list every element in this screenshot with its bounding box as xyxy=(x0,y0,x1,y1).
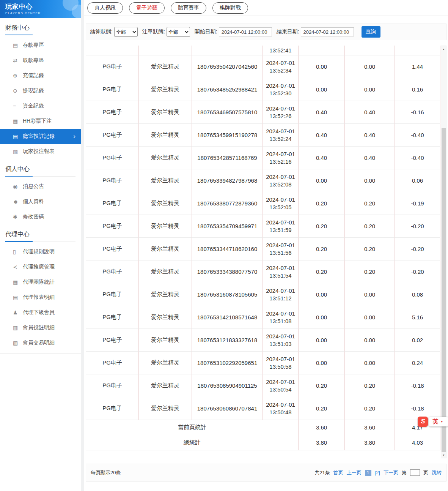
jump-button[interactable]: 跳转 xyxy=(432,469,442,476)
cell-order-number: 1807653334388077570 xyxy=(192,260,263,283)
sidebar-section-heading: 財務中心 xyxy=(5,24,75,35)
start-date-input[interactable] xyxy=(219,27,272,36)
bet-date: 2024-07-01 xyxy=(266,310,295,317)
bet-clock: 13:50:48 xyxy=(269,409,291,416)
cell-valid-bet: 0.40 xyxy=(345,124,395,147)
sidebar-item-label: 代理下級會員 xyxy=(23,309,55,316)
bet-clock: 13:51:54 xyxy=(269,272,291,279)
bet-date: 2024-07-01 xyxy=(266,287,295,295)
sidebar-item-label: 充值記錄 xyxy=(23,72,44,79)
current-page-indicator[interactable]: 1 xyxy=(365,470,371,476)
sidebar-item-withdrawal-records[interactable]: ⊖提現記錄 xyxy=(0,83,81,98)
translate-logo-icon[interactable]: S xyxy=(418,417,428,427)
sidebar-item-member-transaction-detail[interactable]: ▨會員交易明細 xyxy=(0,335,81,350)
cell-order-number: 1807653142108571648 xyxy=(192,306,263,329)
sidebar-item-agent-promotion[interactable]: ≺代理推廣管理 xyxy=(0,259,81,275)
table-row: PG电子爱尔兰精灵18076534852529884212024-07-0113… xyxy=(86,78,440,101)
sidebar-item-withdrawal[interactable]: ⇄取款專區 xyxy=(0,53,81,68)
bet-date: 2024-07-01 xyxy=(266,401,295,409)
player-bet-report-icon: ▧ xyxy=(13,148,23,155)
cell-game-name: 爱尔兰精灵 xyxy=(139,329,192,352)
tab-electronic-games[interactable]: 電子遊藝 xyxy=(129,2,165,14)
cell-bet-time: 2024-07-0113:52:16 xyxy=(263,147,299,169)
bet-date: 2024-07-01 xyxy=(266,82,295,90)
bet-date: 2024-07-01 xyxy=(266,105,295,112)
scroll-down-arrow[interactable]: ▼ xyxy=(441,452,446,458)
search-button[interactable]: 查詢 xyxy=(362,26,380,38)
page-2-link[interactable]: [2] xyxy=(375,470,380,475)
cell-order-number: 1807653504207042560 xyxy=(192,55,263,78)
end-date-input[interactable] xyxy=(301,27,354,36)
cell-provider: PG电子 xyxy=(86,124,139,147)
tab-sports[interactable]: 體育賽事 xyxy=(171,2,206,14)
cell-order-number: 1807653344718620160 xyxy=(192,238,263,260)
sidebar-item-member-bet-detail[interactable]: ▥會員投註明細 xyxy=(0,320,81,335)
sidebar-item-profile[interactable]: ☻個人資料 xyxy=(0,194,81,209)
sidebar-item-player-bet-report[interactable]: ▧玩家投注報表 xyxy=(0,144,81,159)
translate-lang-pill[interactable]: 英 ▾ xyxy=(429,417,448,426)
sidebar-item-room-bet-records[interactable]: ▤廳室投註記錄 xyxy=(0,129,81,144)
funds-record-icon: ≡ xyxy=(13,103,23,109)
order-status-select[interactable]: 全部 xyxy=(167,27,190,37)
cell-profit: -0.19 xyxy=(395,192,440,215)
cell-game-name: 爱尔兰精灵 xyxy=(139,238,192,260)
cell-provider: PG电子 xyxy=(86,147,139,169)
next-page-link[interactable]: 下一页 xyxy=(384,469,398,476)
settle-status-select[interactable]: 全部 xyxy=(114,27,138,37)
gear-icon: ✱ xyxy=(13,214,23,220)
cell-order-number: 1807653459915190278 xyxy=(192,124,263,147)
scroll-up-arrow[interactable]: ▲ xyxy=(441,46,446,52)
document-icon: ▯ xyxy=(13,249,23,255)
tab-live-video[interactable]: 真人視訊 xyxy=(87,2,123,14)
cell-valid-bet: 0.40 xyxy=(345,101,395,124)
bet-clock: 13:52:26 xyxy=(269,112,291,120)
bet-date: 2024-07-01 xyxy=(266,242,295,249)
app-window: 玩家中心 PLAYERS CENTER 財務中心▤存款專區⇄取款專區⊕充值記錄⊖… xyxy=(0,0,448,491)
sidebar-item-agent-team-stats[interactable]: ▦代理團隊統計 xyxy=(0,275,81,290)
total-count-text: 共21条 xyxy=(314,469,330,476)
table-row: PG电子爱尔兰精灵18076530608607078412024-07-0113… xyxy=(86,397,440,420)
cell-profit: 0.08 xyxy=(395,283,440,306)
sidebar-item-announcements[interactable]: ◉消息公告 xyxy=(0,179,81,194)
jump-page-input[interactable] xyxy=(410,469,420,476)
sidebar-item-agent-rules[interactable]: ▯代理規則說明 xyxy=(0,244,81,259)
cell-bet-time: 2024-07-0113:52:34 xyxy=(263,55,299,78)
sidebar-item-funds-records[interactable]: ≡資金記錄 xyxy=(0,98,81,114)
bet-clock: 13:52:34 xyxy=(269,67,291,74)
sidebar-item-change-password[interactable]: ✱修改密碼 xyxy=(0,209,81,224)
sidebar-item-label: 代理團隊統計 xyxy=(23,279,55,286)
lottery-bet-icon: ▦ xyxy=(13,118,23,124)
cell-order-number: 1807653380772879360 xyxy=(192,192,263,215)
sidebar-item-recharge-records[interactable]: ⊕充值記錄 xyxy=(0,68,81,83)
cell-valid-bet: 0.00 xyxy=(345,78,395,101)
table-scrollbar[interactable]: ▲ ▼ xyxy=(441,46,446,458)
first-page-link[interactable]: 首页 xyxy=(333,469,343,476)
report-icon: ▤ xyxy=(13,294,23,300)
category-tabs-bar: 真人視訊電子遊藝體育賽事棋牌對戰 xyxy=(84,0,448,16)
scrollbar-thumb[interactable] xyxy=(442,128,446,452)
tab-board-games[interactable]: 棋牌對戰 xyxy=(212,2,248,14)
deposit-icon: ▤ xyxy=(13,42,23,48)
cell-bet-time: 2024-07-0113:51:03 xyxy=(263,329,299,352)
bet-clock: 13:52:05 xyxy=(269,204,291,211)
sidebar-item-hh-lottery-bet[interactable]: ▦HH彩票下注 xyxy=(0,114,81,129)
sidebar-item-agent-report-detail[interactable]: ▤代理報表明細 xyxy=(0,290,81,305)
sidebar-item-label: 會員交易明細 xyxy=(23,339,55,346)
cell-game-name: 爱尔兰精灵 xyxy=(139,124,192,147)
cell-provider: PG电子 xyxy=(86,283,139,306)
sidebar-item-label: HH彩票下注 xyxy=(23,118,52,125)
cell-bet-time: 2024-07-0113:52:05 xyxy=(263,192,299,215)
sidebar-item-label: 代理報表明細 xyxy=(23,294,55,301)
sidebar-section-heading: 個人中心 xyxy=(5,165,75,177)
bet-records-table: 13:52:41PG电子爱尔兰精灵18076535042070425602024… xyxy=(86,46,446,458)
cell-valid-bet: 0.20 xyxy=(345,397,395,420)
sidebar-item-label: 代理推廣管理 xyxy=(23,264,55,270)
cell-profit: -0.40 xyxy=(395,124,440,147)
cell-order-number: 1807653469507575810 xyxy=(192,101,263,124)
prev-page-link[interactable]: 上一页 xyxy=(347,469,362,476)
bet-date: 2024-07-01 xyxy=(266,173,295,181)
bet-date: 2024-07-01 xyxy=(266,219,295,226)
sidebar-item-deposit[interactable]: ▤存款專區 xyxy=(0,38,81,53)
sidebar-item-agent-sub-members[interactable]: ♟代理下級會員 xyxy=(0,305,81,320)
start-date-label: 開始日期: xyxy=(195,28,217,35)
